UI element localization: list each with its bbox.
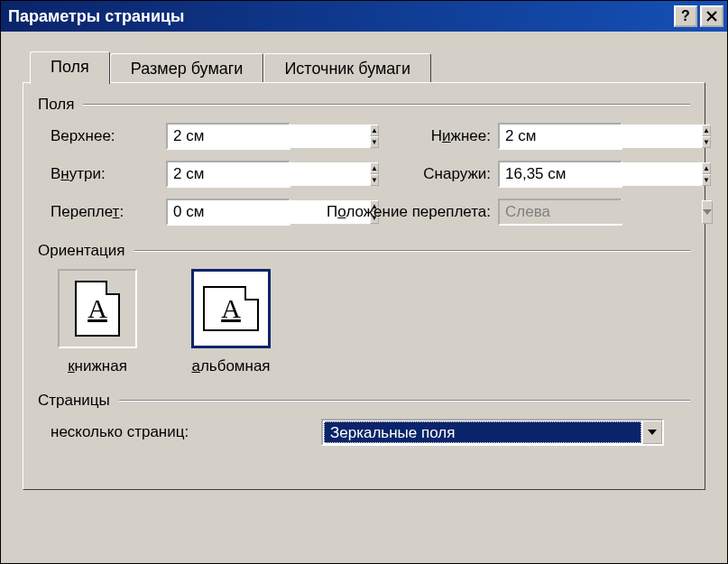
chevron-down-icon bbox=[648, 430, 657, 435]
help-button[interactable]: ? bbox=[674, 5, 697, 27]
outside-margin-spinner[interactable]: ▲ ▼ bbox=[498, 161, 622, 188]
landscape-icon-box: A bbox=[191, 269, 271, 348]
window-title: Параметры страницы bbox=[8, 7, 674, 26]
tabs: Поля Размер бумаги Источник бумаги bbox=[30, 50, 705, 82]
titlebar-buttons: ? bbox=[674, 5, 723, 27]
orientation-portrait[interactable]: A книжная bbox=[58, 269, 137, 375]
group-margins: Поля Верхнее: ▲ ▼ Нижнее: bbox=[38, 96, 690, 226]
group-pages: Страницы несколько страниц: Зеркальные п… bbox=[38, 392, 690, 446]
portrait-page-icon: A bbox=[75, 281, 120, 337]
outside-margin-input[interactable] bbox=[500, 162, 702, 186]
multiple-pages-combo[interactable]: Зеркальные поля bbox=[321, 419, 664, 446]
bottom-margin-up[interactable]: ▲ bbox=[702, 125, 711, 136]
titlebar: Параметры страницы ? bbox=[1, 1, 727, 32]
inside-margin-label: Внутри: bbox=[51, 165, 166, 183]
tab-paper-source[interactable]: Источник бумаги bbox=[263, 53, 431, 86]
bottom-margin-down[interactable]: ▼ bbox=[702, 136, 711, 148]
gutter-pos-dropdown-button bbox=[702, 200, 713, 224]
outside-margin-up[interactable]: ▲ bbox=[702, 162, 711, 174]
group-pages-label: Страницы bbox=[38, 392, 110, 410]
top-margin-label: Верхнее: bbox=[51, 127, 166, 145]
outside-margin-label: Снаружи: bbox=[290, 165, 498, 183]
gutter-pos-combo bbox=[498, 199, 622, 226]
tab-panel-margins: Поля Верхнее: ▲ ▼ Нижнее: bbox=[23, 82, 705, 490]
gutter-label: Переплет: bbox=[51, 203, 166, 221]
gutter-pos-label: Положение переплета: bbox=[290, 203, 498, 221]
chevron-down-icon bbox=[703, 209, 712, 215]
multiple-pages-dropdown-button[interactable] bbox=[642, 421, 662, 444]
orientation-landscape[interactable]: A альбомная bbox=[191, 269, 271, 375]
group-orientation: Ориентация A книжная A альбомная bbox=[38, 242, 690, 375]
bottom-margin-input[interactable] bbox=[500, 125, 702, 148]
landscape-page-icon: A bbox=[203, 286, 259, 331]
group-orientation-label: Ориентация bbox=[38, 242, 125, 260]
tab-paper-size[interactable]: Размер бумаги bbox=[110, 53, 264, 86]
top-margin-spinner[interactable]: ▲ ▼ bbox=[166, 123, 290, 150]
close-icon bbox=[706, 11, 717, 22]
gutter-pos-value bbox=[500, 200, 702, 224]
outside-margin-down[interactable]: ▼ bbox=[702, 174, 711, 186]
bottom-margin-label: Нижнее: bbox=[290, 127, 498, 145]
dialog-body: Поля Размер бумаги Источник бумаги Поля … bbox=[1, 32, 727, 563]
group-margins-label: Поля bbox=[38, 96, 74, 114]
gutter-spinner[interactable]: ▲ ▼ bbox=[166, 199, 290, 226]
tab-margins[interactable]: Поля bbox=[30, 51, 110, 84]
landscape-label: альбомная bbox=[191, 357, 270, 375]
multiple-pages-value: Зеркальные поля bbox=[324, 421, 641, 443]
multiple-pages-label: несколько страниц: bbox=[51, 423, 321, 441]
portrait-icon-box: A bbox=[58, 269, 137, 348]
bottom-margin-spinner[interactable]: ▲ ▼ bbox=[498, 123, 622, 150]
page-setup-dialog: Параметры страницы ? Поля Размер бумаги … bbox=[0, 0, 728, 564]
portrait-label: книжная bbox=[68, 357, 127, 375]
close-button[interactable] bbox=[700, 5, 723, 27]
inside-margin-spinner[interactable]: ▲ ▼ bbox=[166, 161, 290, 188]
